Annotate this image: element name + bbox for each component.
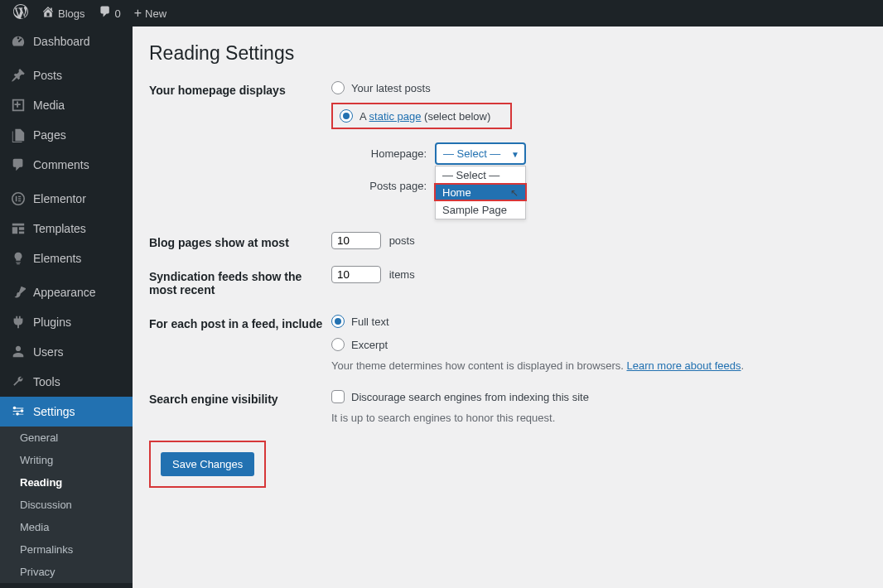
menu-label: Settings bbox=[33, 405, 75, 418]
plus-icon: + bbox=[134, 6, 142, 21]
dropdown-option-select[interactable]: — Select — bbox=[436, 166, 525, 184]
submenu-general[interactable]: General bbox=[0, 427, 133, 449]
brush-icon bbox=[10, 284, 27, 301]
comments-link[interactable]: 0 bbox=[92, 5, 128, 22]
menu-label: Appearance bbox=[33, 286, 96, 299]
menu-users[interactable]: Users bbox=[0, 337, 133, 367]
checkbox-label: Discourage search engines from indexing … bbox=[351, 391, 589, 403]
settings-submenu: General Writing Reading Discussion Media… bbox=[0, 427, 133, 583]
blog-pages-label: Blog pages show at most bbox=[149, 232, 331, 249]
feed-include-label: For each post in a feed, include bbox=[149, 313, 331, 330]
highlight-box: Save Changes bbox=[149, 441, 266, 488]
admin-sidebar: Dashboard Posts Media Pages Comments bbox=[0, 27, 133, 588]
menu-plugins[interactable]: Plugins bbox=[0, 307, 133, 337]
learn-feeds-link[interactable]: Learn more about feeds bbox=[626, 359, 741, 372]
blog-pages-input[interactable] bbox=[331, 232, 381, 249]
submenu-permalinks[interactable]: Permalinks bbox=[0, 538, 133, 561]
menu-tools[interactable]: Tools bbox=[0, 367, 133, 397]
menu-elements[interactable]: Elements bbox=[0, 243, 133, 273]
menu-label: Elements bbox=[33, 252, 81, 265]
sliders-icon bbox=[10, 403, 27, 420]
save-button[interactable]: Save Changes bbox=[161, 452, 254, 476]
comment-icon bbox=[10, 157, 27, 173]
svg-rect-2 bbox=[18, 196, 21, 197]
menu-comments[interactable]: Comments bbox=[0, 150, 133, 180]
svg-rect-1 bbox=[16, 196, 17, 201]
menu-pages[interactable]: Pages bbox=[0, 120, 133, 150]
elements-icon bbox=[10, 250, 27, 267]
site-name: Blogs bbox=[58, 7, 85, 20]
static-page-link[interactable]: static page bbox=[369, 110, 422, 123]
radio-icon bbox=[331, 338, 345, 351]
comments-count: 0 bbox=[115, 7, 121, 20]
syndication-unit: items bbox=[389, 268, 415, 281]
homepage-label: Your homepage displays bbox=[149, 80, 331, 97]
menu-settings[interactable]: Settings bbox=[0, 397, 133, 427]
menu-label: Tools bbox=[33, 375, 60, 388]
dropdown-option-sample[interactable]: Sample Page bbox=[436, 201, 525, 219]
syndication-input[interactable] bbox=[331, 266, 381, 283]
chevron-down-icon: ▼ bbox=[511, 149, 519, 158]
menu-label: Media bbox=[33, 99, 65, 112]
svg-rect-4 bbox=[18, 200, 21, 201]
blog-pages-unit: posts bbox=[389, 234, 415, 247]
new-link[interactable]: + New bbox=[128, 6, 173, 21]
menu-label: Pages bbox=[33, 128, 66, 142]
pages-icon bbox=[10, 127, 27, 143]
page-title: Reading Settings bbox=[149, 42, 866, 65]
posts-select-label: Posts page: bbox=[369, 180, 427, 192]
wordpress-icon bbox=[13, 4, 28, 22]
users-icon bbox=[10, 344, 27, 360]
elementor-icon bbox=[10, 190, 27, 207]
radio-excerpt[interactable]: Excerpt bbox=[331, 336, 866, 353]
admin-topbar: Blogs 0 + New bbox=[0, 0, 883, 27]
menu-media[interactable]: Media bbox=[0, 90, 133, 120]
menu-label: Templates bbox=[33, 222, 86, 235]
radio-label: Full text bbox=[351, 316, 389, 328]
checkbox-icon bbox=[331, 390, 345, 403]
comment-icon bbox=[99, 5, 112, 22]
radio-full-text[interactable]: Full text bbox=[331, 313, 866, 330]
svg-rect-3 bbox=[18, 198, 21, 199]
menu-label: Posts bbox=[33, 69, 62, 82]
dashboard-icon bbox=[10, 33, 27, 50]
radio-label: Your latest posts bbox=[351, 82, 431, 94]
highlight-box: A static page (select below) bbox=[331, 103, 512, 129]
site-link[interactable]: Blogs bbox=[35, 5, 92, 22]
menu-elementor[interactable]: Elementor bbox=[0, 184, 133, 214]
feed-description: Your theme determines how content is dis… bbox=[331, 359, 866, 372]
wrench-icon bbox=[10, 374, 27, 390]
submenu-writing[interactable]: Writing bbox=[0, 449, 133, 471]
radio-icon bbox=[331, 315, 345, 328]
new-label: New bbox=[145, 7, 166, 20]
radio-label: A static page (select below) bbox=[359, 110, 490, 123]
syndication-label: Syndication feeds show the most recent bbox=[149, 266, 331, 296]
menu-templates[interactable]: Templates bbox=[0, 214, 133, 243]
submenu-privacy[interactable]: Privacy bbox=[0, 561, 133, 583]
radio-latest-posts[interactable]: Your latest posts bbox=[331, 80, 866, 96]
menu-label: Users bbox=[33, 345, 64, 359]
submenu-reading[interactable]: Reading bbox=[0, 471, 133, 494]
menu-label: Dashboard bbox=[33, 35, 90, 48]
homepage-select-label: Homepage: bbox=[369, 147, 427, 160]
wp-logo[interactable] bbox=[7, 4, 35, 22]
content-area: Reading Settings Your homepage displays … bbox=[133, 27, 883, 588]
radio-static-page[interactable]: A static page (select below) bbox=[340, 108, 490, 124]
dropdown-option-home[interactable]: Home bbox=[436, 184, 525, 201]
menu-dashboard[interactable]: Dashboard bbox=[0, 27, 133, 56]
search-discourage-checkbox[interactable]: Discourage search engines from indexing … bbox=[331, 388, 866, 405]
search-description: It is up to search engines to honor this… bbox=[331, 412, 866, 424]
media-icon bbox=[10, 97, 27, 113]
menu-posts[interactable]: Posts bbox=[0, 60, 133, 90]
submenu-media[interactable]: Media bbox=[0, 516, 133, 538]
homepage-dropdown: — Select — Home Sample Page ↖ bbox=[435, 166, 526, 219]
search-visibility-label: Search engine visibility bbox=[149, 388, 331, 406]
menu-appearance[interactable]: Appearance bbox=[0, 277, 133, 307]
submenu-discussion[interactable]: Discussion bbox=[0, 494, 133, 516]
homepage-select[interactable]: — Select — ▼ bbox=[435, 142, 526, 165]
home-icon bbox=[41, 5, 55, 22]
radio-icon bbox=[331, 81, 345, 94]
plug-icon bbox=[10, 314, 27, 330]
radio-icon bbox=[340, 109, 353, 123]
pin-icon bbox=[10, 67, 27, 84]
